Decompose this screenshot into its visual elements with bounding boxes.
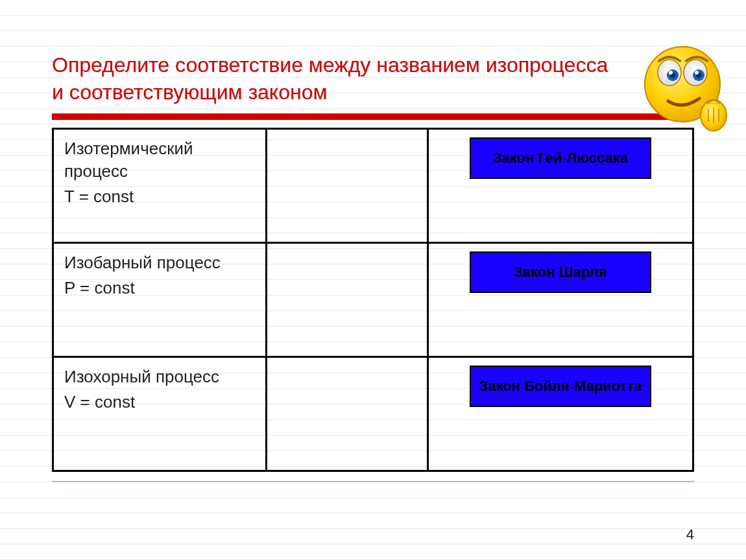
law-cell: Закон Гей-Люссака <box>427 129 693 243</box>
slide-title: Определите соответствие между названием … <box>52 52 623 106</box>
law-cell: Закон Бойля-Мариотта <box>427 357 693 471</box>
process-cell: Изобарный процесс P = const <box>53 243 267 357</box>
thinking-emoji-icon <box>637 39 734 136</box>
process-equation: T = const <box>64 187 255 207</box>
process-name: Изобарный процесс <box>64 251 255 274</box>
law-cell: Закон Шарля <box>427 243 693 357</box>
process-name: Изохорный процесс <box>64 366 255 388</box>
page-number: 4 <box>686 526 694 543</box>
process-equation: V = const <box>64 392 255 412</box>
process-cell: Изохорный процесс V = const <box>53 357 267 471</box>
svg-point-8 <box>695 71 699 75</box>
matching-table: Изотермический процесс T = const Закон Г… <box>52 128 694 472</box>
law-card[interactable]: Закон Гей-Люссака <box>470 137 651 179</box>
process-equation: P = const <box>64 278 255 298</box>
svg-point-4 <box>669 71 673 75</box>
drop-target-cell[interactable] <box>267 357 427 471</box>
table-row: Изотермический процесс T = const Закон Г… <box>53 129 693 243</box>
title-underline <box>52 113 694 120</box>
drop-target-cell[interactable] <box>267 243 427 357</box>
law-card[interactable]: Закон Шарля <box>470 251 651 293</box>
table-row: Изобарный процесс P = const Закон Шарля <box>53 243 693 357</box>
process-name: Изотермический процесс <box>64 137 255 183</box>
slide: Определите соответствие между названием … <box>0 0 746 560</box>
process-cell: Изотермический процесс T = const <box>53 129 267 243</box>
drop-target-cell[interactable] <box>267 129 427 243</box>
bottom-divider <box>52 481 694 482</box>
law-card[interactable]: Закон Бойля-Мариотта <box>470 366 651 407</box>
table-row: Изохорный процесс V = const Закон Бойля-… <box>53 357 693 471</box>
